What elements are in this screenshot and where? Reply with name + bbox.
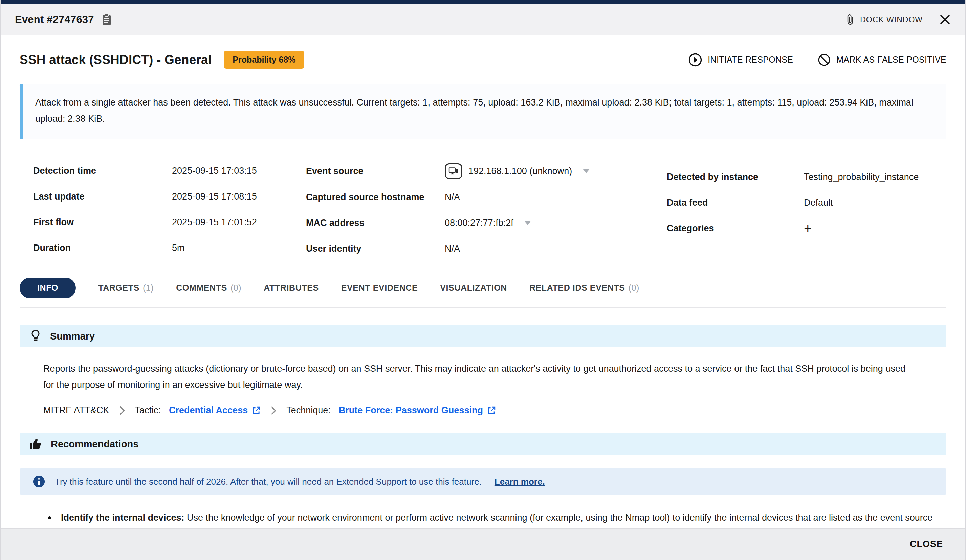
add-category-button[interactable]: +	[804, 221, 812, 235]
event-actions: INITIATE RESPONSE MARK AS FALSE POSITIVE	[688, 53, 946, 67]
technique-link[interactable]: Brute Force: Password Guessing	[339, 405, 496, 416]
detail-label: Detected by instance	[667, 172, 804, 182]
attack-description-text: Attack from a single attacker has been d…	[35, 97, 913, 124]
event-tabs: INFO TARGETS (1) COMMENTS (0) ATTRIBUTES…	[20, 278, 946, 298]
tab-event-evidence[interactable]: EVENT EVIDENCE	[341, 278, 418, 298]
detail-value: N/A	[445, 192, 460, 203]
details-column-source: Event source 192.168.1.100 (unknown) Cap…	[284, 154, 644, 267]
tab-label: COMMENTS	[176, 283, 227, 293]
bullet-text: Use the knowledge of your network enviro…	[61, 513, 933, 528]
detail-label: User identity	[306, 244, 445, 254]
chevron-down-icon[interactable]	[524, 221, 531, 225]
ban-icon	[817, 53, 831, 67]
tab-label: ATTRIBUTES	[264, 283, 319, 293]
tab-label: TARGETS	[98, 283, 140, 293]
info-circle-icon	[33, 475, 45, 488]
event-source-value[interactable]: 192.168.1.100 (unknown)	[445, 163, 590, 179]
technique-label: Technique:	[286, 405, 331, 416]
close-icon[interactable]	[939, 13, 951, 26]
mark-false-positive-label: MARK AS FALSE POSITIVE	[836, 55, 946, 65]
probability-badge: Probability 68%	[224, 51, 304, 69]
window-accent-bar	[1, 0, 965, 4]
banner-text: Try this feature until the second half o…	[55, 476, 481, 487]
details-column-instance: Detected by instance Testing_probability…	[644, 154, 946, 267]
event-detail-content: SSH attack (SSHDICT) - General Probabili…	[1, 35, 965, 528]
mitre-label: MITRE ATT&CK	[43, 405, 109, 416]
detail-value: 2025-09-15 17:01:52	[172, 217, 257, 228]
mac-address-text: 08:00:27:77:fb:2f	[445, 218, 513, 228]
dialog-title: Event #2747637	[15, 13, 94, 26]
initiate-response-label: INITIATE RESPONSE	[708, 55, 793, 65]
detail-label: Event source	[306, 166, 445, 177]
chevron-down-icon[interactable]	[583, 169, 590, 173]
detail-label: First flow	[33, 217, 172, 228]
mark-false-positive-button[interactable]: MARK AS FALSE POSITIVE	[817, 53, 946, 67]
dialog-titlebar: Event #2747637 DOCK WINDOW	[1, 4, 965, 35]
mitre-attack-row: MITRE ATT&CK Tactic: Credential Access T…	[43, 405, 946, 416]
tactic-link[interactable]: Credential Access	[169, 405, 261, 416]
tactic-link-text: Credential Access	[169, 405, 248, 416]
tab-label: VISUALIZATION	[440, 283, 507, 293]
detail-value: 2025-09-15 17:03:15	[172, 166, 257, 176]
detail-label: Captured source hostname	[306, 192, 445, 203]
tab-targets[interactable]: TARGETS (1)	[98, 278, 154, 298]
technique-link-text: Brute Force: Password Guessing	[339, 405, 483, 416]
extended-support-banner: Try this feature until the second half o…	[20, 468, 946, 495]
device-monitor-icon	[445, 163, 462, 179]
mac-address-value[interactable]: 08:00:27:77:fb:2f	[445, 218, 531, 228]
close-button[interactable]: CLOSE	[910, 539, 943, 550]
learn-more-link[interactable]: Learn more.	[495, 476, 545, 487]
recommendations-list: Identify the internal devices: Use the k…	[43, 509, 933, 528]
titlebar-actions: DOCK WINDOW	[846, 13, 951, 26]
chevron-right-icon	[271, 406, 276, 415]
bullet-lead: Identify the internal devices:	[61, 513, 184, 523]
thumbs-up-icon	[30, 438, 42, 450]
dock-window-button[interactable]: DOCK WINDOW	[846, 14, 923, 25]
event-title: SSH attack (SSHDICT) - General	[20, 53, 212, 67]
event-source-text: 192.168.1.100 (unknown)	[468, 166, 572, 177]
detail-value: N/A	[445, 244, 460, 254]
tab-count: (1)	[143, 283, 154, 293]
dock-window-label: DOCK WINDOW	[860, 15, 923, 25]
tab-count: (0)	[628, 283, 639, 293]
tab-label: RELATED IDS EVENTS	[529, 283, 625, 293]
detail-row-categories: Categories +	[667, 221, 946, 236]
tab-label: EVENT EVIDENCE	[341, 283, 418, 293]
lightbulb-icon	[30, 329, 41, 343]
play-circle-icon	[688, 53, 702, 67]
detail-row-first-flow: First flow 2025-09-15 17:01:52	[33, 215, 284, 229]
external-link-icon	[487, 406, 496, 415]
tab-attributes[interactable]: ATTRIBUTES	[264, 278, 319, 298]
paperclip-icon	[846, 14, 855, 25]
event-header: SSH attack (SSHDICT) - General Probabili…	[20, 51, 946, 69]
attack-description-callout: Attack from a single attacker has been d…	[20, 84, 946, 139]
tab-count: (0)	[230, 283, 242, 293]
event-details-grid: Detection time 2025-09-15 17:03:15 Last …	[20, 154, 946, 267]
recommendations-section-header: Recommendations	[20, 433, 946, 455]
recommendations-heading: Recommendations	[51, 439, 138, 450]
detail-value: 5m	[172, 243, 185, 253]
detail-label: Detection time	[33, 166, 172, 176]
detail-row-duration: Duration 5m	[33, 241, 284, 255]
detail-row-detected-by: Detected by instance Testing_probability…	[667, 169, 946, 184]
external-link-icon	[252, 406, 261, 415]
summary-heading: Summary	[50, 331, 95, 342]
detail-label: Duration	[33, 243, 172, 253]
tab-visualization[interactable]: VISUALIZATION	[440, 278, 507, 298]
list-item: Identify the internal devices: Use the k…	[43, 509, 933, 528]
detail-label: Categories	[667, 223, 804, 234]
initiate-response-button[interactable]: INITIATE RESPONSE	[688, 53, 793, 67]
tab-label: INFO	[37, 283, 58, 293]
detail-row-last-update: Last update 2025-09-15 17:08:15	[33, 189, 284, 204]
tab-related-ids-events[interactable]: RELATED IDS EVENTS (0)	[529, 278, 639, 298]
clipboard-icon[interactable]	[102, 13, 112, 26]
tab-info[interactable]: INFO	[20, 278, 76, 298]
detail-value: Default	[804, 198, 833, 208]
tab-comments[interactable]: COMMENTS (0)	[176, 278, 242, 298]
summary-section-header: Summary	[20, 325, 946, 347]
chevron-right-icon	[120, 406, 125, 415]
detail-row-captured-hostname: Captured source hostname N/A	[306, 190, 644, 205]
detail-value: 2025-09-15 17:08:15	[172, 192, 257, 202]
details-column-times: Detection time 2025-09-15 17:03:15 Last …	[20, 154, 284, 267]
summary-text: Reports the password-guessing attacks (d…	[43, 360, 906, 393]
